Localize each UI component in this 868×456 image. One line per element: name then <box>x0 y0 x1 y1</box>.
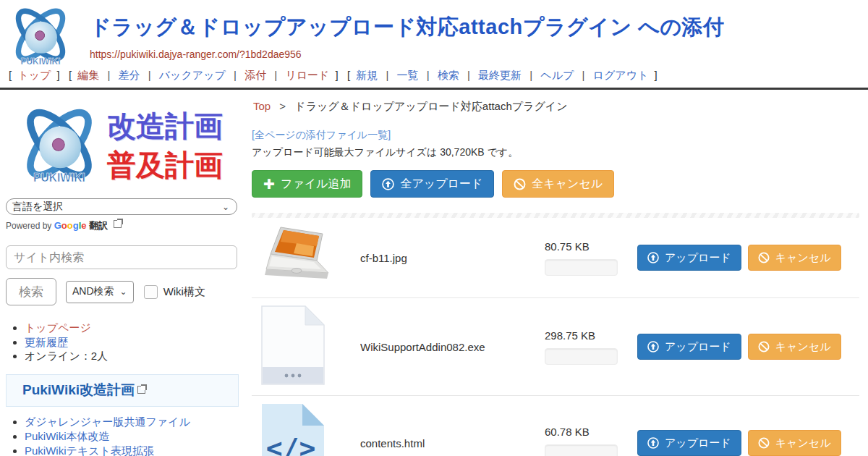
nav-separator: | <box>582 69 585 81</box>
language-select[interactable]: 言語を選択 ⌄ <box>6 198 237 215</box>
search-mode-value: AND検索 <box>72 285 114 298</box>
section-title-link[interactable]: PukiWiki改造計画 <box>22 382 135 397</box>
nav-item-top[interactable]: トップ <box>17 69 51 81</box>
google-translate-attribution: Powered by Google 翻訳 <box>6 219 237 232</box>
upload-circle-icon <box>647 341 659 352</box>
site-search-input[interactable] <box>6 245 237 269</box>
nav-separator: | <box>107 69 110 81</box>
chevron-down-icon: ⌄ <box>222 202 229 212</box>
sidebar-link-core-mods[interactable]: PukiWiki本体改造 <box>25 430 110 442</box>
ban-icon <box>758 252 770 263</box>
upload-circle-icon <box>647 252 659 263</box>
external-link-icon <box>137 386 145 394</box>
page-url[interactable]: https://pukiwiki.dajya-ranger.com/?1bd2d… <box>90 48 725 60</box>
sidebar-link-common-files[interactable]: ダジャレンジャー版共通ファイル <box>25 415 190 428</box>
page-title: ドラッグ＆ドロップアップロード対応attachプラグイン への添付 <box>90 13 725 42</box>
file-row: cf-b11.jpg 80.75 KB アップロード <box>252 218 859 298</box>
cancel-button[interactable]: キャンセル <box>748 430 841 456</box>
list-item: トップページ <box>25 321 237 334</box>
file-name: cf-b11.jpg <box>360 252 545 264</box>
breadcrumb-home-link[interactable]: Top <box>253 100 271 112</box>
nav-item-edit[interactable]: 編集 <box>77 69 99 81</box>
logo-slogan-line2: 普及計画 <box>107 145 223 185</box>
nav-bracket: [ <box>347 69 350 81</box>
logo-brand-text: PUKIWIKI <box>21 56 61 67</box>
svg-text:</>: </> <box>266 432 316 456</box>
nav-bracket: ] <box>336 69 339 81</box>
sidebar-link-toppage[interactable]: トップページ <box>25 321 91 334</box>
nav-item-list[interactable]: 一覧 <box>397 69 419 81</box>
search-controls: 検索 AND検索 ⌄ Wiki構文 <box>6 278 237 305</box>
external-link-icon <box>114 220 122 228</box>
breadcrumb: Top > ドラッグ＆ドロップアップロード対応attachプラグイン <box>253 100 859 114</box>
search-mode-select[interactable]: AND検索 ⌄ <box>66 281 134 303</box>
nav-bracket: ] <box>57 69 60 81</box>
logo-slogan-line1: 改造計画 <box>107 106 223 145</box>
ban-icon <box>514 178 526 190</box>
cancel-button[interactable]: キャンセル <box>748 245 841 271</box>
sidebar-link-text-ext[interactable]: PukiWikiテキスト表現拡張 <box>25 444 154 456</box>
upload-progress-bar <box>545 444 618 456</box>
language-select-value: 言語を選択 <box>12 200 63 214</box>
nav-item-help[interactable]: ヘルプ <box>540 69 574 81</box>
powered-by-text: Powered by <box>6 221 51 231</box>
list-item: PukiWiki本体改造 <box>25 430 237 443</box>
laptop-photo-thumbnail <box>259 224 333 288</box>
search-button[interactable]: 検索 <box>6 278 56 305</box>
nav-item-recent[interactable]: 最終更新 <box>478 69 522 81</box>
nav-item-search[interactable]: 検索 <box>438 69 459 81</box>
max-upload-size-text: アップロード可能最大ファイルサイズは 30,720KB です。 <box>252 146 859 159</box>
chevron-down-icon: ⌄ <box>120 287 127 297</box>
wiki-syntax-checkbox[interactable] <box>144 285 158 299</box>
file-name: contents.html <box>360 437 545 449</box>
wiki-syntax-label: Wiki構文 <box>163 285 205 299</box>
nav-item-reload[interactable]: リロード <box>285 69 329 81</box>
ban-icon <box>758 341 770 352</box>
list-item: 更新履歴 <box>25 336 237 349</box>
nav-item-backup[interactable]: バックアップ <box>159 69 226 81</box>
file-name: WikiSupportAddin082.exe <box>360 341 545 353</box>
nav-bracket: [ <box>9 69 12 81</box>
nav-separator: | <box>386 69 388 81</box>
upload-button[interactable]: アップロード <box>637 245 741 271</box>
pukiwiki-atom-logo: PUKIWIKI <box>16 103 103 188</box>
nav-item-new[interactable]: 新規 <box>356 69 378 81</box>
ban-icon <box>758 437 770 449</box>
sidebar-section-header: PukiWiki改造計画 <box>6 374 239 407</box>
nav-item-logout[interactable]: ログアウト <box>593 69 649 81</box>
upload-all-button[interactable]: 全アップロード <box>370 170 494 198</box>
file-size: 60.78 KB <box>545 426 590 438</box>
logo-brand-text: PUKIWIKI <box>33 172 85 184</box>
sidebar-quick-links: トップページ 更新履歴 オンライン：2人 <box>25 321 237 363</box>
online-count: オンライン：2人 <box>25 350 108 362</box>
cancel-all-button[interactable]: 全キャンセル <box>502 170 614 198</box>
sidebar-plugin-links: ダジャレンジャー版共通ファイル PukiWiki本体改造 PukiWikiテキス… <box>25 415 237 456</box>
google-logo: Google <box>54 220 89 231</box>
nav-separator: | <box>427 69 430 81</box>
add-file-button[interactable]: ✚ ファイル追加 <box>252 170 362 198</box>
pukiwiki-atom-logo[interactable]: PUKIWIKI <box>6 4 75 68</box>
list-item: PukiWikiテキスト表現拡張 <box>25 444 237 456</box>
list-item: オンライン：2人 <box>25 350 237 363</box>
file-size: 80.75 KB <box>545 240 590 253</box>
upload-progress-bar <box>545 348 618 365</box>
sidebar-logo[interactable]: PUKIWIKI 改造計画 普及計画 <box>16 103 237 188</box>
sidebar-link-recent-changes[interactable]: 更新履歴 <box>25 336 68 348</box>
sidebar: PUKIWIKI 改造計画 普及計画 言語を選択 ⌄ Powered by Go… <box>0 90 242 456</box>
nav-item-attach[interactable]: 添付 <box>244 69 266 81</box>
bulk-action-buttons: ✚ ファイル追加 全アップロード 全キャンセル <box>252 170 859 198</box>
main-content: Top > ドラッグ＆ドロップアップロード対応attachプラグイン [全ページ… <box>242 90 868 456</box>
dropzone-stripe-divider <box>252 213 859 218</box>
upload-progress-bar <box>545 259 618 276</box>
top-navbar: [ トップ ] [ 編集 | 差分 | バックアップ | 添付 | リロード ]… <box>0 67 868 90</box>
all-attachments-link[interactable]: [全ページの添付ファイル一覧] <box>252 129 391 142</box>
breadcrumb-separator: > <box>279 100 286 112</box>
upload-button[interactable]: アップロード <box>637 430 741 456</box>
plus-icon: ✚ <box>263 177 275 191</box>
cancel-button[interactable]: キャンセル <box>748 334 841 360</box>
translate-link[interactable]: 翻訳 <box>89 220 108 231</box>
upload-button[interactable]: アップロード <box>637 334 741 360</box>
upload-circle-icon <box>647 437 659 449</box>
nav-item-diff[interactable]: 差分 <box>119 69 140 81</box>
logo-slogan: 改造計画 普及計画 <box>107 106 223 185</box>
